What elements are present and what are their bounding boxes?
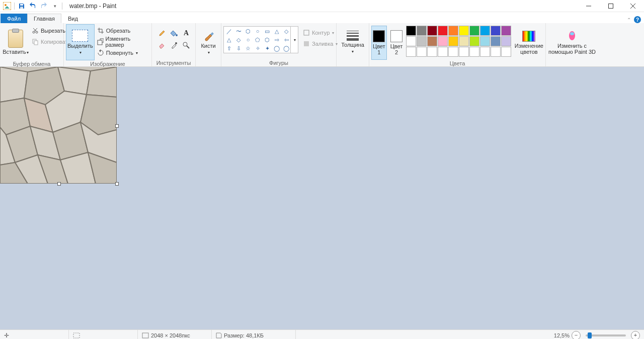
shape-fill-button: Заливка ▾ <box>300 38 340 49</box>
zoom-in-button[interactable]: + <box>631 331 640 340</box>
palette-swatch[interactable] <box>448 36 458 46</box>
selection-size-icon <box>73 332 80 338</box>
palette-swatch[interactable] <box>406 36 416 46</box>
status-zoom: 12,5% − + <box>550 330 644 339</box>
shape-item[interactable]: ⇧ <box>224 44 233 52</box>
shape-item[interactable]: △ <box>224 36 233 44</box>
palette-swatch[interactable] <box>417 47 427 57</box>
shape-item[interactable]: ▭ <box>263 27 272 35</box>
palette-swatch[interactable] <box>427 47 437 57</box>
shape-item[interactable]: ⬡ <box>244 27 253 35</box>
paste-button[interactable]: Вставить▾ <box>2 24 29 60</box>
shape-item[interactable]: ○ <box>253 27 262 35</box>
undo-icon[interactable] <box>29 2 37 10</box>
group-tools: A Инструменты <box>152 23 196 66</box>
palette-swatch[interactable] <box>491 47 501 57</box>
crop-button[interactable]: Обрезать <box>95 25 149 36</box>
maximize-button[interactable] <box>600 0 622 12</box>
group-shapes: ／〜⬡○▭△◇△◇○⬠⬡⇨⇦⇧⇩☆✧✦◯◯ ▾ Контур ▾ Заливка… <box>221 23 337 66</box>
brushes-button[interactable]: Кисти▾ <box>198 24 219 60</box>
qat-customize-icon[interactable]: ▾ <box>51 2 59 10</box>
eraser-tool[interactable] <box>156 39 168 51</box>
color2-button[interactable]: Цвет 2 <box>389 26 405 60</box>
help-icon[interactable]: ? <box>634 16 641 23</box>
shape-item[interactable]: ☆ <box>244 44 253 52</box>
palette-swatch[interactable] <box>480 47 490 57</box>
palette-swatch[interactable] <box>469 47 479 57</box>
palette-swatch[interactable] <box>459 26 469 36</box>
shapes-more-button[interactable]: ▾ <box>291 26 298 53</box>
palette-swatch[interactable] <box>438 47 448 57</box>
zoom-slider-thumb[interactable] <box>588 332 592 338</box>
shape-item[interactable]: ◇ <box>234 36 243 44</box>
tab-view[interactable]: Вид <box>61 14 85 23</box>
palette-swatch[interactable] <box>491 36 501 46</box>
palette-swatch[interactable] <box>501 47 511 57</box>
shape-item[interactable]: ◇ <box>282 27 291 35</box>
palette-swatch[interactable] <box>469 36 479 46</box>
shape-item[interactable]: ✧ <box>253 44 262 52</box>
minimize-button[interactable] <box>578 0 600 12</box>
shape-item[interactable]: ／ <box>224 27 233 35</box>
fill-tool[interactable] <box>168 27 180 39</box>
paint3d-button[interactable]: Изменить с помощью Paint 3D <box>548 24 596 60</box>
resize-handle-bottom[interactable] <box>57 182 61 186</box>
canvas-area[interactable] <box>0 67 644 329</box>
shape-item[interactable]: ○ <box>244 36 253 44</box>
palette-swatch[interactable] <box>480 36 490 46</box>
canvas-image[interactable] <box>0 67 117 184</box>
palette-swatch[interactable] <box>417 26 427 36</box>
tab-file[interactable]: Файл <box>1 14 27 23</box>
palette-swatch[interactable] <box>448 47 458 57</box>
shape-item[interactable]: ⬡ <box>263 36 272 44</box>
shape-item[interactable]: ⬠ <box>253 36 262 44</box>
resize-handle-corner[interactable] <box>115 182 119 186</box>
resize-button[interactable]: Изменить размер <box>95 36 149 47</box>
zoom-slider[interactable] <box>586 334 626 336</box>
palette-swatch[interactable] <box>501 26 511 36</box>
magnifier-tool[interactable] <box>180 39 192 51</box>
text-tool[interactable]: A <box>180 27 192 39</box>
palette-swatch[interactable] <box>427 26 437 36</box>
select-button[interactable]: Выделить▾ <box>66 24 95 60</box>
close-button[interactable] <box>622 0 644 12</box>
shape-item[interactable]: ⇦ <box>282 36 291 44</box>
shape-item[interactable]: ⇨ <box>272 36 281 44</box>
ribbon-collapse-icon[interactable]: ⌃ <box>627 17 631 23</box>
redo-icon[interactable] <box>40 2 48 10</box>
shape-item[interactable]: ◯ <box>282 44 291 52</box>
zoom-out-button[interactable]: − <box>572 331 581 340</box>
rotate-button[interactable]: Повернуть ▾ <box>95 47 149 58</box>
palette-swatch[interactable] <box>469 26 479 36</box>
resize-handle-right[interactable] <box>115 124 119 128</box>
edit-colors-button[interactable]: Изменение цветов <box>513 26 544 60</box>
color1-button[interactable]: Цвет 1 <box>371 26 387 60</box>
group-colors: Цвет 1 Цвет 2 Изменение цветов Цвета <box>369 23 546 66</box>
tab-home[interactable]: Главная <box>27 14 61 23</box>
disk-icon <box>216 332 222 338</box>
shapes-gallery[interactable]: ／〜⬡○▭△◇△◇○⬠⬡⇨⇦⇧⇩☆✧✦◯◯ <box>223 26 291 53</box>
shape-item[interactable]: ⇩ <box>234 44 243 52</box>
palette-swatch[interactable] <box>427 36 437 46</box>
palette-swatch[interactable] <box>438 26 448 36</box>
shape-item[interactable]: ✦ <box>263 44 272 52</box>
palette-swatch[interactable] <box>406 26 416 36</box>
palette-swatch[interactable] <box>438 36 448 46</box>
size-button[interactable]: Толщина▾ <box>339 24 366 60</box>
palette-swatch[interactable] <box>459 47 469 57</box>
shape-item[interactable]: ◯ <box>272 44 281 52</box>
shape-item[interactable]: 〜 <box>234 27 243 35</box>
window-title: water.bmp - Paint <box>69 3 116 10</box>
status-cursor-pos: ✛ <box>0 330 69 339</box>
palette-swatch[interactable] <box>417 36 427 46</box>
pencil-tool[interactable] <box>156 27 168 39</box>
save-icon[interactable] <box>18 2 26 10</box>
color-picker-tool[interactable] <box>168 39 180 51</box>
palette-swatch[interactable] <box>491 26 501 36</box>
palette-swatch[interactable] <box>480 26 490 36</box>
shape-item[interactable]: △ <box>272 27 281 35</box>
palette-swatch[interactable] <box>406 47 416 57</box>
palette-swatch[interactable] <box>501 36 511 46</box>
palette-swatch[interactable] <box>448 26 458 36</box>
palette-swatch[interactable] <box>459 36 469 46</box>
